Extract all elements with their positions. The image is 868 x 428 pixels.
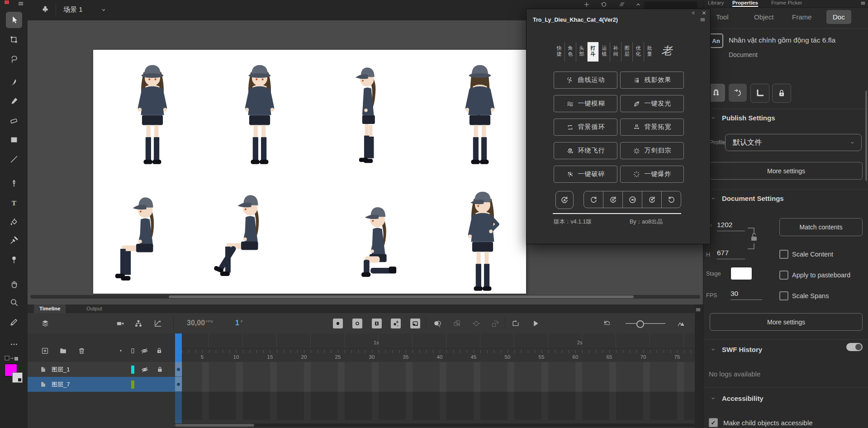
rotate-button-rot-up[interactable] (642, 191, 662, 208)
plugin-button-残影效果[interactable]: 残影效果 (620, 71, 684, 89)
layer-hidden-icon[interactable] (141, 366, 149, 374)
timeline-fps[interactable]: 30,00FPS (187, 319, 213, 327)
rotate-button-play-circle[interactable] (623, 191, 642, 208)
swap-symbol-icon[interactable] (470, 318, 482, 329)
stage[interactable] (93, 50, 526, 294)
properties-scrollbar[interactable] (865, 90, 867, 181)
layer-locked-icon[interactable] (156, 366, 164, 373)
plugin-tab-打斗[interactable]: 打斗 (588, 42, 599, 62)
document-settings-header[interactable]: Document Settings (710, 195, 784, 202)
lock-guides-icon[interactable] (772, 84, 791, 103)
highlight-column-icon[interactable] (127, 345, 138, 356)
rotate-button-rot-cw[interactable] (584, 191, 603, 208)
camera-icon[interactable] (114, 318, 126, 329)
onion-skin-icon[interactable] (432, 318, 443, 329)
accessibility-header[interactable]: Accessibility (710, 395, 764, 402)
stage-color-swatch[interactable] (730, 267, 752, 280)
character-figure-standing-side[interactable] (337, 53, 401, 169)
tool-pencil[interactable] (6, 314, 22, 330)
insert-keyframe-icon[interactable] (333, 319, 343, 328)
loop-playback-icon[interactable] (510, 318, 522, 329)
apply-pasteboard-checkbox[interactable] (779, 271, 788, 280)
timeline-tab-output[interactable]: Output (81, 304, 108, 313)
timeline-horizontal-scrollbar[interactable] (175, 423, 695, 427)
tool-asset-warp[interactable] (6, 252, 22, 268)
swf-history-header[interactable]: SWF History (710, 346, 762, 353)
accessibility-toggle[interactable] (846, 343, 863, 351)
timeline-zoom-slider[interactable] (626, 323, 665, 324)
rulers-icon[interactable] (750, 84, 769, 103)
timeline-ruler[interactable]: 1s2s 51015202530354045505560657075 (175, 333, 695, 362)
subtab-doc[interactable]: Doc (826, 10, 851, 24)
plugin-button-曲线运动[interactable]: 曲线运动 (554, 71, 617, 89)
tool-pen[interactable] (6, 175, 22, 191)
character-figure-standing-front-alt[interactable] (227, 53, 293, 169)
tool-eyedropper[interactable] (6, 232, 22, 248)
snap-to-objects-icon[interactable] (729, 84, 747, 102)
slider-knob[interactable] (636, 320, 644, 328)
outline-column-icon[interactable] (115, 345, 126, 356)
timeline-menu-icon[interactable] (695, 306, 702, 313)
character-figure-sitting-leg-extended[interactable] (212, 183, 291, 285)
layer-parenting-icon[interactable] (133, 318, 144, 329)
plugin-tab-头部[interactable]: 头部 (576, 42, 588, 62)
swap-colors-icon[interactable] (4, 355, 22, 363)
scale-spans-checkbox[interactable] (779, 291, 788, 300)
rotate-view-icon[interactable] (600, 1, 607, 8)
play-button[interactable] (530, 318, 541, 329)
plugin-button-一键模糊[interactable]: 一键模糊 (554, 95, 617, 112)
wh-link-icon[interactable] (747, 224, 759, 252)
character-figure-standing-hand-on-hip[interactable] (450, 180, 516, 296)
properties-menu-icon[interactable] (860, 0, 866, 6)
tool-zoom[interactable] (6, 295, 22, 311)
copy-frames-icon[interactable] (451, 318, 463, 329)
tool-eraser[interactable] (6, 113, 22, 129)
insert-frame-icon[interactable] (372, 319, 382, 328)
width-input[interactable]: 1202 (717, 221, 745, 231)
profile-select[interactable]: 默认文件 (725, 134, 862, 151)
plugin-title[interactable]: Tro_Ly_Dieu_Khac_Cat_4(Ver2) (533, 17, 618, 23)
plugin-tab-批量[interactable]: 批量 (644, 42, 655, 62)
plugin-tab-快捷[interactable]: 快捷 (554, 42, 565, 62)
tool-text[interactable]: T (6, 195, 22, 211)
insert-blank-keyframe-icon[interactable] (352, 319, 362, 328)
rotate-button-rot-ccw[interactable] (662, 191, 681, 208)
tool-paint-bucket[interactable] (6, 214, 22, 230)
tool-line[interactable] (6, 151, 22, 167)
scene-name[interactable]: 场景 1 (63, 5, 83, 14)
frame-row-图层_7[interactable] (175, 377, 695, 392)
height-input[interactable]: 677 (717, 249, 745, 259)
subtab-frame[interactable]: Frame (792, 13, 811, 21)
layer-color-swatch[interactable] (131, 380, 134, 389)
visibility-column-icon[interactable] (139, 345, 150, 356)
tool-selection[interactable] (6, 12, 22, 28)
layer-name[interactable]: 图层_7 (52, 380, 70, 389)
tool-hand[interactable] (6, 276, 22, 292)
document-more-settings-button[interactable]: More settings (710, 313, 863, 331)
subtab-object[interactable]: Object (754, 13, 773, 21)
canvas-horizontal-scrollbar[interactable] (30, 295, 700, 299)
plugin-button-一键破碎[interactable]: 一键破碎 (554, 166, 617, 183)
scale-content-checkbox[interactable] (779, 250, 788, 259)
layer-color-swatch[interactable] (131, 366, 134, 374)
tool-more-tools[interactable] (6, 336, 22, 352)
plugin-tab-角色[interactable]: 角色 (565, 42, 576, 62)
scene-chevron-down-icon[interactable] (100, 6, 107, 14)
scrollbar-thumb[interactable] (169, 295, 634, 298)
tool-brush[interactable] (6, 93, 22, 109)
paste-frames-icon[interactable] (489, 318, 501, 329)
auto-keyframe-icon[interactable]: A (391, 319, 401, 328)
clip-content-icon[interactable] (618, 1, 626, 8)
character-figure-sitting-profile[interactable] (107, 185, 186, 287)
plugin-button-背景拓宽[interactable]: 背景拓宽 (620, 119, 684, 136)
tool-fluid-brush[interactable] (6, 74, 22, 90)
add-folder-icon[interactable] (57, 345, 68, 356)
edit-symbols-icon[interactable] (40, 5, 51, 15)
plugin-button-一键爆炸[interactable]: 一键爆炸 (620, 166, 684, 183)
fps-input[interactable]: 30 (730, 290, 762, 300)
reset-timeline-zoom-icon[interactable] (601, 318, 613, 329)
subtab-tool[interactable]: Tool (716, 13, 729, 21)
playhead[interactable] (175, 333, 182, 362)
publish-more-settings-button[interactable]: More settings (710, 162, 863, 180)
plugin-menu-icon[interactable] (699, 16, 706, 23)
